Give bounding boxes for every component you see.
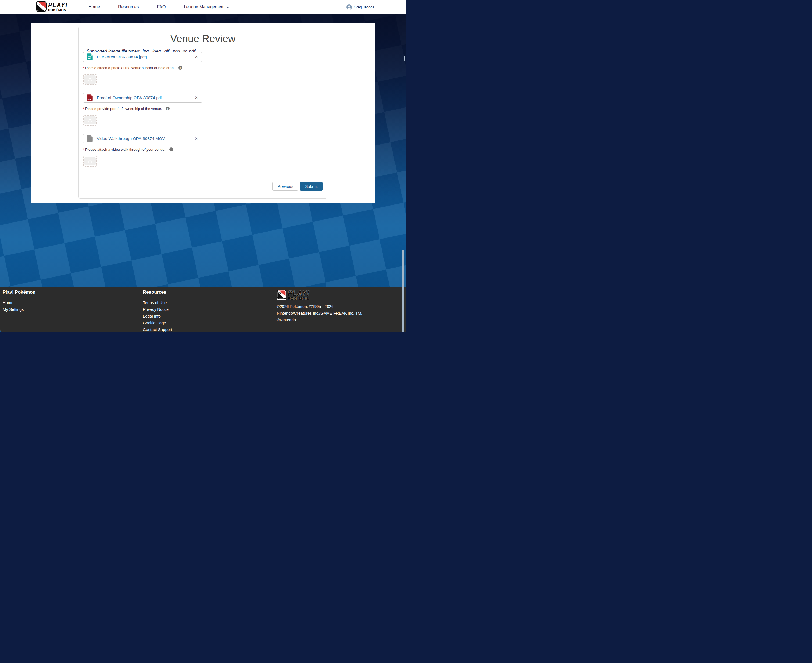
upload-group-proof-of-ownership: PDF Proof of Ownership OPA-30874.pdf * P… bbox=[83, 93, 323, 126]
footer-link-legal-info[interactable]: Legal Info bbox=[143, 313, 277, 319]
copyright-line: ©2026 Pokémon. ©1995 - 2026 bbox=[277, 303, 406, 310]
upload-group-pos-area: POS Area OPA-30874.jpeg * Please attach … bbox=[83, 52, 323, 85]
logo-play-text: PLAY! bbox=[288, 289, 309, 297]
nav-link-home[interactable]: Home bbox=[79, 5, 109, 10]
upload-group-video-walkthrough: Video Walkthrough OPA-30874.MOV * Please… bbox=[83, 134, 323, 167]
content-scrollbar-thumb[interactable] bbox=[402, 249, 404, 332]
nav-link-resources[interactable]: Resources bbox=[109, 5, 148, 10]
footer-brand-heading: Play! Pokémon bbox=[3, 289, 143, 295]
form-divider bbox=[83, 175, 323, 175]
upload-requirement-label: * Please attach a photo of the venue's P… bbox=[83, 66, 323, 70]
league-management-label: League Management bbox=[184, 5, 224, 10]
remove-file-button[interactable] bbox=[194, 95, 199, 101]
upload-icon bbox=[88, 159, 92, 163]
copyright-line: Nintendo/Creatures Inc./GAME FREAK inc. … bbox=[277, 310, 406, 317]
upload-button[interactable] bbox=[84, 76, 95, 84]
footer-link-cookie-page[interactable]: Cookie Page bbox=[143, 319, 277, 326]
nav-link-faq[interactable]: FAQ bbox=[148, 5, 175, 10]
venue-review-card: Venue Review Supported image file types:… bbox=[78, 27, 327, 199]
requirement-text: Please attach a video walk through of yo… bbox=[85, 147, 165, 152]
chevron-down-icon bbox=[226, 6, 230, 9]
footer-legal-column: PLAY! POKÉMON. ©2026 Pokémon. ©1995 - 20… bbox=[277, 289, 406, 332]
play-pokemon-badge-icon bbox=[277, 289, 286, 300]
user-name: Greg Jacobs bbox=[354, 5, 374, 9]
upload-button[interactable] bbox=[84, 157, 95, 165]
generic-file-icon bbox=[86, 135, 93, 142]
previous-button[interactable]: Previous bbox=[272, 182, 298, 191]
requirement-text: Please provide proof of ownership of the… bbox=[85, 107, 162, 111]
footer-brand-column: Play! Pokémon Home My Settings bbox=[3, 289, 143, 332]
logo-pokemon-text: POKÉMON. bbox=[48, 9, 68, 12]
file-link[interactable]: Proof of Ownership OPA-30874.pdf bbox=[97, 95, 162, 100]
nav-links: Home Resources FAQ League Management bbox=[79, 5, 239, 10]
requirement-text: Please attach a photo of the venue's Poi… bbox=[85, 66, 175, 70]
footer-link-terms-of-use[interactable]: Terms of Use bbox=[143, 299, 277, 306]
upload-requirement-label: * Please attach a video walk through of … bbox=[83, 147, 323, 152]
upload-icon bbox=[88, 78, 92, 82]
required-asterisk: * bbox=[83, 107, 84, 110]
upload-dropzone[interactable] bbox=[83, 74, 97, 85]
play-pokemon-badge-icon bbox=[36, 1, 47, 13]
page-footer: Play! Pokémon Home My Settings Resources… bbox=[0, 287, 406, 332]
form-actions: Previous Submit bbox=[83, 182, 323, 191]
attached-file-row: POS Area OPA-30874.jpeg bbox=[83, 52, 202, 62]
upload-dropzone[interactable] bbox=[83, 115, 97, 126]
remove-file-button[interactable] bbox=[194, 136, 199, 142]
upload-icon bbox=[88, 118, 92, 123]
user-avatar-icon bbox=[346, 4, 352, 10]
footer-main: Play! Pokémon Home My Settings Resources… bbox=[0, 287, 406, 332]
info-icon[interactable] bbox=[178, 66, 182, 70]
nav-link-league-management[interactable]: League Management bbox=[175, 5, 239, 10]
svg-text:PDF: PDF bbox=[87, 99, 91, 100]
upload-button[interactable] bbox=[84, 116, 95, 125]
top-navbar: PLAY! POKÉMON. Home Resources FAQ League… bbox=[0, 0, 406, 14]
submit-button[interactable]: Submit bbox=[300, 182, 323, 191]
file-link[interactable]: Video Walkthrough OPA-30874.MOV bbox=[97, 136, 165, 141]
footer-link-my-settings[interactable]: My Settings bbox=[3, 306, 143, 313]
footer-link-contact-support[interactable]: Contact Support bbox=[143, 326, 277, 332]
file-link[interactable]: POS Area OPA-30874.jpeg bbox=[97, 55, 147, 59]
footer-resources-heading: Resources bbox=[143, 289, 277, 295]
footer-resources-column: Resources Terms of Use Privacy Notice Le… bbox=[143, 289, 277, 332]
required-asterisk: * bbox=[83, 66, 84, 70]
footer-logo-wordmark: PLAY! POKÉMON. bbox=[288, 289, 309, 300]
attached-file-row: PDF Proof of Ownership OPA-30874.pdf bbox=[83, 93, 202, 103]
page-title: Venue Review bbox=[83, 33, 323, 45]
user-menu[interactable]: Greg Jacobs bbox=[346, 4, 374, 10]
footer-link-home[interactable]: Home bbox=[3, 299, 143, 306]
remove-file-button[interactable] bbox=[194, 54, 199, 60]
footer-play-pokemon-logo: PLAY! POKÉMON. bbox=[277, 289, 406, 300]
copyright-line: ®Nintendo. bbox=[277, 317, 406, 323]
page-scrollbar-thumb[interactable] bbox=[404, 56, 405, 61]
logo-wordmark: PLAY! POKÉMON. bbox=[48, 2, 68, 12]
copyright-notice: ©2026 Pokémon. ©1995 - 2026 Nintendo/Cre… bbox=[277, 303, 406, 323]
logo-pokemon-text: POKÉMON. bbox=[288, 297, 309, 300]
info-icon[interactable] bbox=[166, 107, 170, 110]
play-pokemon-logo[interactable]: PLAY! POKÉMON. bbox=[36, 1, 68, 13]
logo-play-text: PLAY! bbox=[48, 2, 68, 8]
upload-requirement-label: * Please provide proof of ownership of t… bbox=[83, 107, 323, 111]
info-icon[interactable] bbox=[169, 147, 173, 151]
footer-link-privacy-notice[interactable]: Privacy Notice bbox=[143, 306, 277, 313]
attached-file-row: Video Walkthrough OPA-30874.MOV bbox=[83, 134, 202, 144]
image-file-icon bbox=[86, 53, 93, 60]
upload-dropzone[interactable] bbox=[83, 156, 97, 167]
required-asterisk: * bbox=[83, 147, 84, 151]
pdf-file-icon: PDF bbox=[86, 94, 93, 101]
